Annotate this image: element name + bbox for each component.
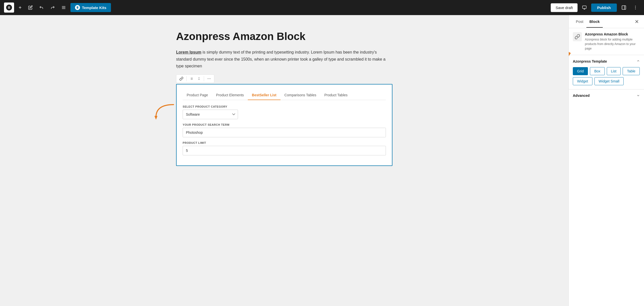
block-drag-button[interactable] — [188, 76, 195, 82]
template-kits-button[interactable]: Template Kits — [70, 3, 111, 12]
block-tabs: Product Page Product Elements BestSeller… — [183, 91, 386, 100]
arrow-to-template — [569, 48, 574, 63]
block-title: Azonpress Amazon Block — [585, 32, 640, 36]
template-kits-icon — [75, 5, 80, 10]
tab-product-page[interactable]: Product Page — [183, 91, 212, 100]
template-section-chevron — [636, 59, 640, 64]
block-icon — [575, 34, 580, 39]
svg-point-15 — [208, 78, 208, 79]
template-btn-box[interactable]: Box — [590, 67, 605, 75]
wp-logo — [4, 3, 14, 13]
category-field-group: SELECT PRODUCT CATEGORY Software Electro… — [183, 105, 386, 119]
block-info: Azonpress Amazon Block Azonpress block f… — [569, 28, 644, 55]
template-btn-list[interactable]: List — [607, 67, 621, 75]
post-heading[interactable]: Azonpress Amazon Block — [176, 30, 392, 43]
tab-post[interactable]: Post — [573, 16, 586, 28]
edit-button[interactable] — [26, 4, 35, 11]
redo-button[interactable] — [48, 4, 57, 11]
save-draft-button[interactable]: Save draft — [551, 3, 577, 12]
product-limit-field-group: PRODUCT LIMIT — [183, 141, 386, 155]
template-section-title: Azonpress Template — [573, 59, 607, 63]
svg-point-7 — [635, 7, 636, 8]
svg-point-11 — [191, 78, 191, 79]
tab-comparisons-tables[interactable]: Comparisons Tables — [280, 91, 320, 100]
arrow-to-dropdown — [151, 102, 176, 122]
panel-header: Post Block ✕ — [569, 15, 644, 28]
product-limit-label: PRODUCT LIMIT — [183, 141, 386, 144]
tab-product-elements[interactable]: Product Elements — [212, 91, 248, 100]
template-kits-label: Template Kits — [82, 6, 106, 10]
svg-marker-19 — [569, 51, 571, 56]
svg-point-13 — [191, 79, 191, 80]
publish-button[interactable]: Publish — [591, 4, 617, 12]
svg-rect-4 — [622, 6, 626, 10]
undo-button[interactable] — [37, 4, 46, 11]
template-section: Azonpress Template Grid Box List Table W… — [569, 55, 644, 90]
svg-point-9 — [191, 78, 191, 78]
main-layout: Azonpress Amazon Block Lorem Ipsum is si… — [0, 15, 644, 306]
add-block-button[interactable]: + — [17, 3, 24, 12]
tools-button[interactable] — [59, 4, 68, 11]
template-btn-widget-small[interactable]: Widget Small — [594, 77, 624, 85]
panel-close-button[interactable]: ✕ — [634, 18, 640, 26]
template-btn-grid[interactable]: Grid — [573, 67, 588, 75]
preview-button[interactable] — [580, 4, 589, 11]
svg-point-6 — [635, 6, 636, 7]
advanced-section: Advanced — [569, 90, 644, 102]
settings-menu-button[interactable] — [631, 4, 640, 12]
tab-bestseller-list[interactable]: BestSeller List — [248, 91, 280, 100]
amazon-block: Product Page Product Elements BestSeller… — [176, 84, 392, 166]
lorem-ipsum-bold: Lorem Ipsum — [176, 50, 201, 54]
template-btn-widget[interactable]: Widget — [573, 77, 592, 85]
tab-product-tables[interactable]: Product Tables — [320, 91, 351, 100]
advanced-header[interactable]: Advanced — [573, 94, 640, 98]
template-buttons: Grid Box List Table Widget Widget Small — [573, 67, 640, 85]
template-section-header[interactable]: Azonpress Template — [573, 59, 640, 64]
select-category-label: SELECT PRODUCT CATEGORY — [183, 105, 386, 108]
svg-rect-3 — [582, 6, 586, 9]
template-btn-table[interactable]: Table — [623, 67, 639, 75]
block-icon-wrap — [573, 32, 582, 41]
search-term-field-group: YOUR PRODUCT SEARCH TERM — [183, 123, 386, 137]
advanced-chevron-icon — [636, 94, 640, 97]
paragraph-text: is simply dummy text of the printing and… — [176, 50, 385, 68]
search-term-label: YOUR PRODUCT SEARCH TERM — [183, 123, 386, 126]
block-more-button[interactable] — [206, 76, 213, 82]
svg-point-8 — [635, 9, 636, 10]
toolbar-divider-2 — [204, 76, 204, 81]
toolbar-divider — [186, 76, 187, 81]
svg-point-16 — [209, 78, 209, 79]
block-move-button[interactable] — [196, 76, 202, 81]
category-select[interactable]: Software Electronics Books Music Movies … — [183, 110, 238, 119]
search-term-input[interactable] — [183, 128, 386, 137]
post-paragraph[interactable]: Lorem Ipsum is simply dummy text of the … — [176, 49, 392, 69]
editor-area: Azonpress Amazon Block Lorem Ipsum is si… — [0, 15, 569, 306]
toggle-sidebar-button[interactable] — [619, 4, 628, 12]
block-toolbar — [176, 74, 214, 83]
svg-point-14 — [192, 79, 192, 80]
editor-content: Azonpress Amazon Block Lorem Ipsum is si… — [176, 30, 392, 291]
block-info-text: Azonpress Amazon Block Azonpress block f… — [585, 32, 640, 51]
block-link-button[interactable] — [178, 76, 185, 82]
right-panel: Post Block ✕ Azonpress Amazon Block Azon… — [569, 15, 644, 306]
advanced-title: Advanced — [573, 94, 590, 98]
tab-block[interactable]: Block — [586, 16, 603, 28]
svg-marker-18 — [154, 116, 157, 120]
svg-point-17 — [210, 78, 211, 79]
block-container: Product Page Product Elements BestSeller… — [176, 74, 392, 166]
block-description: Azonpress block for adding multiple prod… — [585, 37, 640, 51]
topbar: + Template Kits Save draft Publish — [0, 0, 644, 15]
product-limit-input[interactable] — [183, 146, 386, 155]
svg-point-10 — [192, 78, 192, 78]
svg-point-12 — [192, 78, 192, 79]
